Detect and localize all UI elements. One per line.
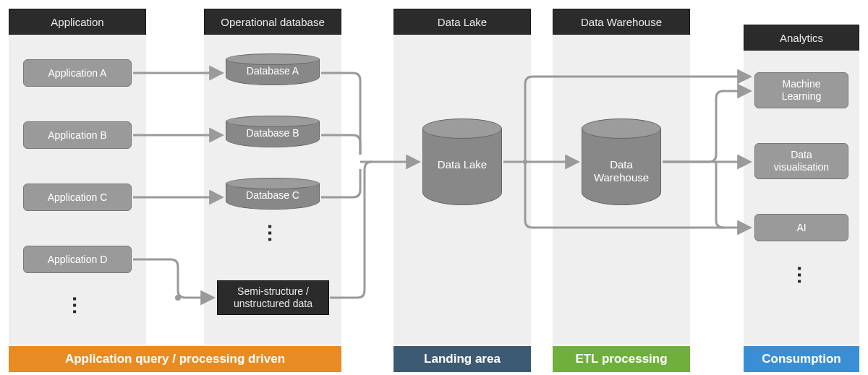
consumption-band: Consumption <box>744 346 859 372</box>
database-b-cylinder: Database B <box>226 116 320 147</box>
consumption-band-label: Consumption <box>762 352 841 366</box>
databases-ellipsis-icon: … <box>263 223 286 243</box>
semi-structured-label: Semi-structure / unstructured data <box>234 285 312 311</box>
application-a-label: Application A <box>48 67 107 79</box>
data-lake-cylinder: Data Lake <box>422 118 502 205</box>
application-d-box: Application D <box>23 246 132 273</box>
application-c-label: Application C <box>48 191 108 203</box>
landing-band: Landing area <box>393 346 531 372</box>
app-query-band: Application query / processing driven <box>9 346 341 372</box>
data-visualisation-box: Data visualisation <box>754 143 848 179</box>
data-lake-header-label: Data Lake <box>438 16 487 28</box>
landing-band-label: Landing area <box>424 352 501 366</box>
data-warehouse-header-label: Data Warehouse <box>581 16 662 28</box>
application-a-box: Application A <box>23 59 132 87</box>
operational-db-header: Operational database <box>204 9 341 35</box>
data-warehouse-header: Data Warehouse <box>553 9 690 35</box>
data-warehouse-label: Data Warehouse <box>582 158 661 184</box>
application-d-label: Application D <box>48 254 108 265</box>
analytics-header: Analytics <box>744 25 859 51</box>
database-c-label: Database C <box>226 189 320 201</box>
application-header: Application <box>9 9 146 35</box>
svg-point-3 <box>175 295 181 301</box>
database-b-label: Database B <box>226 127 320 139</box>
ai-box: AI <box>754 214 848 241</box>
machine-learning-label: Machine Learning <box>782 78 822 103</box>
application-c-box: Application C <box>23 184 132 211</box>
etl-band: ETL processing <box>553 346 690 372</box>
ai-label: AI <box>796 222 806 234</box>
semi-structured-box: Semi-structure / unstructured data <box>217 280 329 315</box>
database-a-cylinder: Database A <box>226 53 320 85</box>
application-b-label: Application B <box>48 129 107 141</box>
database-a-label: Database A <box>226 65 320 77</box>
analytics-ellipsis-icon: … <box>793 265 816 285</box>
etl-band-label: ETL processing <box>575 352 667 366</box>
data-lake-label: Data Lake <box>422 158 502 171</box>
data-visualisation-label: Data visualisation <box>774 149 829 173</box>
application-b-box: Application B <box>23 121 132 149</box>
application-header-label: Application <box>51 16 103 28</box>
applications-ellipsis-icon: … <box>68 296 91 315</box>
operational-db-header-label: Operational database <box>221 16 324 28</box>
data-warehouse-cylinder: Data Warehouse <box>582 118 661 205</box>
app-query-band-label: Application query / processing driven <box>65 352 285 366</box>
database-c-cylinder: Database C <box>226 178 320 210</box>
analytics-header-label: Analytics <box>780 32 823 44</box>
data-lake-header: Data Lake <box>393 9 531 35</box>
machine-learning-box: Machine Learning <box>754 72 848 108</box>
